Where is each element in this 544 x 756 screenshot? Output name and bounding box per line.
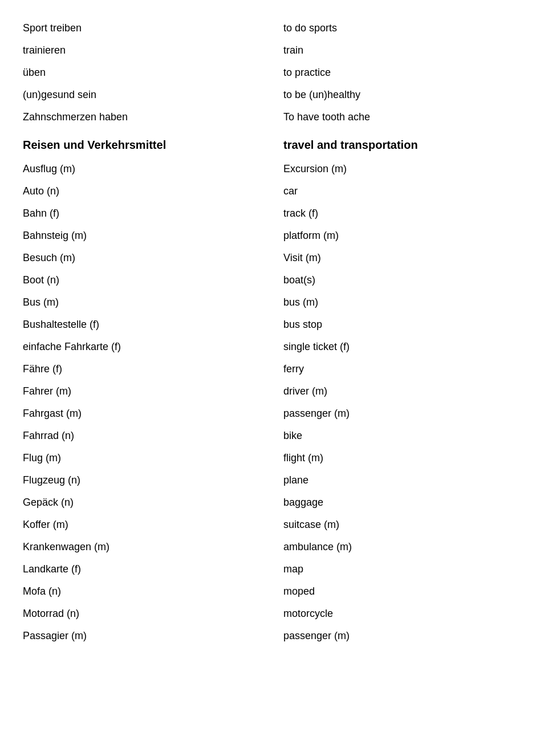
german-word: Bahnsteig (m): [23, 225, 272, 247]
english-word: driver (m): [272, 380, 521, 403]
german-word: Fahrrad (n): [23, 425, 272, 447]
vocabulary-table: Sport treibento do sportstrainierentrain…: [23, 17, 521, 647]
german-word: Landkarte (f): [23, 558, 272, 580]
german-word: Boot (n): [23, 269, 272, 291]
english-word: passenger (m): [272, 403, 521, 425]
german-word: Bus (m): [23, 291, 272, 314]
english-word: single ticket (f): [272, 336, 521, 358]
german-word: Auto (n): [23, 180, 272, 202]
german-word: Fahrgast (m): [23, 403, 272, 425]
german-word: Fähre (f): [23, 358, 272, 380]
english-word: track (f): [272, 202, 521, 225]
english-word: platform (m): [272, 225, 521, 247]
german-word: Ausflug (m): [23, 158, 272, 180]
german-word: Sport treiben: [23, 17, 272, 39]
section-header-english: travel and transportation: [272, 128, 521, 158]
section-header-german: Reisen und Verkehrsmittel: [23, 128, 272, 158]
english-word: Visit (m): [272, 247, 521, 269]
english-word: bike: [272, 425, 521, 447]
english-word: to practice: [272, 62, 521, 84]
german-word: einfache Fahrkarte (f): [23, 336, 272, 358]
english-word: boat(s): [272, 269, 521, 291]
english-word: to be (un)healthy: [272, 84, 521, 106]
german-word: Zahnschmerzen haben: [23, 106, 272, 128]
german-word: Koffer (m): [23, 514, 272, 536]
english-word: suitcase (m): [272, 514, 521, 536]
english-word: ferry: [272, 358, 521, 380]
german-word: Flugzeug (n): [23, 469, 272, 491]
german-word: Bahn (f): [23, 202, 272, 225]
english-word: flight (m): [272, 447, 521, 469]
english-word: ambulance (m): [272, 536, 521, 558]
german-word: Passagier (m): [23, 625, 272, 647]
german-word: üben: [23, 62, 272, 84]
german-word: Mofa (n): [23, 580, 272, 603]
german-word: Flug (m): [23, 447, 272, 469]
german-word: trainieren: [23, 39, 272, 62]
english-word: motorcycle: [272, 603, 521, 625]
english-word: moped: [272, 580, 521, 603]
english-word: To have tooth ache: [272, 106, 521, 128]
english-word: plane: [272, 469, 521, 491]
english-word: Excursion (m): [272, 158, 521, 180]
english-word: passenger (m): [272, 625, 521, 647]
english-word: bus stop: [272, 314, 521, 336]
german-word: Motorrad (n): [23, 603, 272, 625]
english-word: train: [272, 39, 521, 62]
german-word: Gepäck (n): [23, 491, 272, 514]
german-word: Fahrer (m): [23, 380, 272, 403]
english-word: car: [272, 180, 521, 202]
english-word: bus (m): [272, 291, 521, 314]
german-word: Besuch (m): [23, 247, 272, 269]
german-word: Krankenwagen (m): [23, 536, 272, 558]
english-word: to do sports: [272, 17, 521, 39]
german-word: (un)gesund sein: [23, 84, 272, 106]
english-word: baggage: [272, 491, 521, 514]
english-word: map: [272, 558, 521, 580]
german-word: Bushaltestelle (f): [23, 314, 272, 336]
